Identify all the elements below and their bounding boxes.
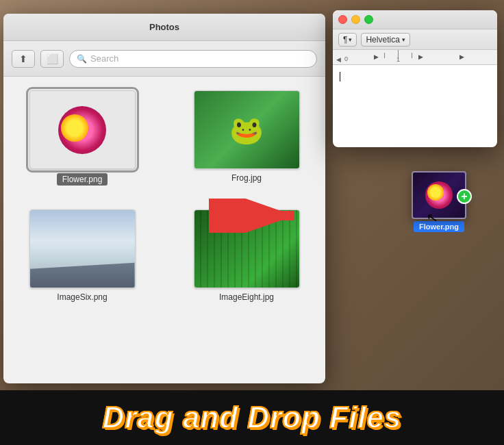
photo-label-imageeight: ImageEight.jpg [219, 292, 274, 302]
photo-label-frog: Frog.jpg [231, 173, 262, 183]
view-button[interactable]: ⬜ [40, 50, 64, 68]
photos-grid: Flower.png Frog.jpg ImageSix.png ImageEi… [3, 77, 325, 316]
drag-thumb-container: + [412, 171, 466, 219]
photo-thumb-frog[interactable] [194, 90, 300, 169]
drag-arrow [209, 199, 305, 236]
share-button[interactable]: ⬆ [12, 50, 35, 68]
share-icon: ⬆ [19, 53, 27, 64]
arrow-svg [209, 199, 305, 233]
ruler-left-arrow: ◀ [336, 56, 341, 63]
maximize-button[interactable] [364, 15, 373, 24]
photo-label-imagesix: ImageSix.png [57, 292, 107, 302]
textedit-titlebar [333, 10, 497, 29]
font-chevron: ▾ [402, 36, 405, 43]
plus-badge: + [457, 189, 472, 204]
font-name: Helvetica [366, 35, 399, 44]
textedit-toolbar: ¶ ▾ Helvetica ▾ [333, 29, 497, 50]
photos-titlebar: Photos [3, 14, 325, 41]
photos-toolbar: ⬆ ⬜ 🔍 Search [3, 41, 325, 77]
ruler-arrow-right3: ▶ [459, 53, 464, 60]
view-icon: ⬜ [47, 53, 58, 64]
paragraph-icon: ¶ [343, 35, 347, 44]
banner-text: Drag and Drop Files [102, 400, 401, 435]
ruler-arrow-right1: ▶ [374, 53, 379, 60]
text-cursor [340, 72, 340, 81]
textedit-content[interactable] [333, 65, 497, 120]
close-button[interactable] [338, 15, 347, 24]
ruler-ticks: 1 ▶ ▶ ▶ [343, 50, 497, 64]
paragraph-chevron: ▾ [349, 36, 352, 43]
textedit-window: ¶ ▾ Helvetica ▾ ◀ 0 1 ▶ ▶ ▶ [333, 10, 497, 147]
search-icon: 🔍 [77, 54, 87, 64]
paragraph-button[interactable]: ¶ ▾ [338, 33, 357, 47]
photo-item-frog[interactable]: Frog.jpg [185, 90, 308, 186]
photo-label-flower: Flower.png [57, 173, 108, 186]
search-box[interactable]: 🔍 Search [69, 50, 317, 68]
photo-thumb-flower[interactable] [29, 90, 136, 169]
minimize-button[interactable] [351, 15, 360, 24]
bottom-banner: Drag and Drop Files [0, 390, 504, 445]
search-placeholder: Search [90, 53, 118, 64]
textedit-ruler: ◀ 0 1 ▶ ▶ ▶ [333, 50, 497, 65]
font-dropdown[interactable]: Helvetica ▾ [361, 33, 410, 47]
ruler-arrow-right2: ▶ [418, 53, 423, 60]
photos-window-title: Photos [3, 22, 325, 32]
photo-thumb-imagesix[interactable] [29, 209, 136, 288]
photo-item-flower[interactable]: Flower.png [21, 90, 144, 186]
ruler-one: 1 [396, 56, 400, 63]
photo-item-imagesix[interactable]: ImageSix.png [21, 209, 144, 302]
